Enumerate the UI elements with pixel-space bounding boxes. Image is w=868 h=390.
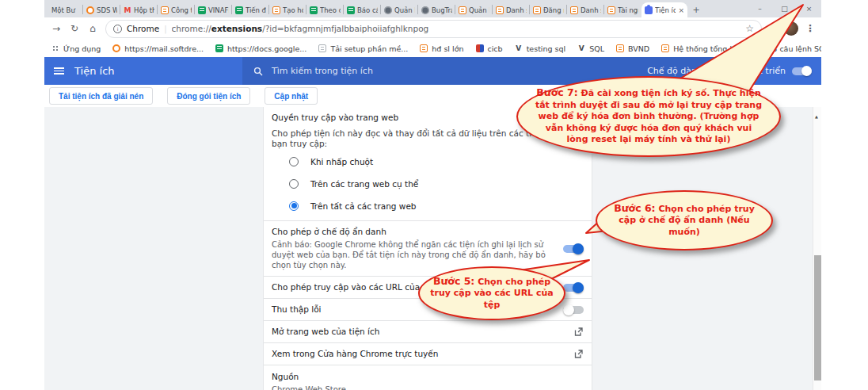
profile-avatar[interactable]	[784, 21, 798, 36]
radio-icon[interactable]	[289, 157, 299, 166]
scrollbar-thumb[interactable]	[814, 255, 821, 380]
new-tab-button[interactable]: +	[687, 2, 705, 17]
radio-option-on-click[interactable]: Khi nhấp chuột	[272, 151, 584, 171]
tab[interactable]: Công ty	[158, 2, 195, 17]
doc-orange-favicon-icon	[459, 6, 466, 14]
tab-title: Công ty	[171, 6, 192, 14]
bookmark-item[interactable]: Hệ thống tổng hợp	[661, 44, 744, 53]
bookmark-item[interactable]: https://mail.softdre...	[112, 44, 204, 53]
bookmark-item[interactable]: https://docs.google...	[215, 44, 306, 53]
tab[interactable]: Quản lý	[381, 2, 418, 17]
bookmark-item[interactable]: SQL	[577, 44, 604, 53]
load-unpacked-button[interactable]: Tải tiện ích đã giải nén	[49, 87, 153, 105]
doc-orange-favicon-icon	[161, 6, 169, 14]
window-minimize-button[interactable]: –	[748, 0, 772, 17]
screenshot-stage: Một BưSDS WeHộp thưCông tyVINAFRTiến độT…	[0, 0, 868, 390]
window-close-button[interactable]: ×	[797, 0, 821, 17]
radio-option-all-sites[interactable]: Trên tất cả các trang web	[272, 196, 584, 216]
tab[interactable]: Danh sá	[567, 2, 604, 17]
sheet-favicon-icon	[215, 44, 223, 52]
tab[interactable]: BugTra	[418, 2, 455, 17]
tab[interactable]: Hộp thư	[120, 2, 158, 17]
bookmark-item[interactable]: Ứng dụng	[52, 44, 101, 53]
radio-option-specific-sites[interactable]: Trên các trang web cụ thể	[272, 174, 584, 193]
radio-label: Khi nhấp chuột	[310, 157, 373, 166]
gear-orange-favicon-icon	[86, 6, 94, 14]
globe-favicon-icon	[384, 6, 392, 14]
url-text: chrome://extensions/?id=bkfagmnjmfjalbba…	[172, 24, 741, 33]
bookmark-item[interactable]: cicb	[476, 44, 503, 53]
tab-strip: Một BưSDS WeHộp thưCông tyVINAFRTiến độT…	[44, 0, 821, 17]
reload-icon[interactable]: ↻	[69, 23, 80, 34]
tab[interactable]: Đăng nh	[530, 2, 567, 17]
scrollbar-up-icon[interactable]: ▲	[815, 114, 818, 119]
toggle-knob	[573, 282, 584, 293]
bookmark-item[interactable]: testing sql	[515, 44, 566, 53]
tab-active[interactable]: Tiện ích×	[641, 2, 687, 17]
doc-orange-favicon-icon	[420, 44, 428, 52]
home-icon[interactable]: ⌂	[87, 23, 98, 34]
bookmark-item[interactable]: hđ sl lớn	[420, 44, 463, 53]
browser-menu-icon[interactable]: ⋮	[805, 23, 815, 34]
page-scrollbar[interactable]: ▲	[813, 107, 821, 390]
window-restore-button[interactable]: □	[772, 0, 797, 17]
tab-title: Quản lý	[469, 6, 489, 14]
incognito-toggle[interactable]	[563, 245, 584, 253]
apps-favicon-icon	[52, 45, 59, 52]
tab[interactable]: Tài ngu	[604, 2, 641, 17]
tab-title: Danh sá	[581, 6, 601, 14]
view-in-store-row[interactable]: Xem trong Cửa hàng Chrome trực tuyến	[264, 342, 592, 365]
bookmark-label: 13 câu lệnh SQL qu...	[767, 44, 821, 53]
forward-icon[interactable]: →	[51, 23, 62, 34]
hamburger-menu-icon[interactable]	[54, 67, 64, 75]
developer-mode-toggle[interactable]	[792, 67, 812, 75]
tab[interactable]: Quản lý	[455, 2, 493, 17]
tab[interactable]: SDS We	[83, 2, 120, 17]
tab[interactable]: VINAFR	[195, 2, 232, 17]
bookmarks-bar: Ứng dụnghttps://mail.softdre...https://d…	[44, 40, 821, 57]
sheet-favicon-icon	[198, 6, 206, 14]
incognito-row: Cho phép ở chế độ ẩn danh Cảnh báo: Goog…	[264, 220, 592, 276]
bookmark-label: testing sql	[527, 44, 566, 53]
bookmark-item[interactable]: BVND	[616, 44, 649, 53]
sheet-favicon-icon	[347, 6, 355, 14]
bookmark-star-icon[interactable]: ☆	[745, 23, 754, 34]
update-button[interactable]: Cập nhật	[265, 87, 318, 105]
tab[interactable]: Tạo hóa	[269, 2, 306, 17]
tab-title: Hộp thư	[134, 6, 154, 14]
tab[interactable]: Báo cáo	[344, 2, 381, 17]
bookmark-label: Hệ thống tổng hợp	[673, 44, 744, 53]
source-label: Nguồn	[272, 372, 584, 382]
bookmark-item[interactable]: Tải setup phần mề...	[318, 44, 408, 53]
bookmark-label: cicb	[488, 44, 503, 53]
bookmark-label: Tải setup phần mề...	[330, 44, 408, 53]
incognito-warning: Cảnh báo: Google Chrome không thể ngăn c…	[272, 239, 552, 270]
address-bar[interactable]: i Chrome | chrome://extensions/?id=bkfag…	[105, 20, 762, 38]
error-collection-toggle[interactable]	[563, 306, 584, 314]
bookmark-label: BVND	[628, 44, 649, 53]
page-info-icon[interactable]: i	[113, 25, 122, 33]
extensions-search-input[interactable]: Tìm kiếm trong tiện ích	[242, 57, 718, 85]
tab-close-icon[interactable]: ×	[678, 6, 684, 14]
tab-title: Theo dõ	[320, 6, 341, 14]
tab[interactable]: Tiến độ	[232, 2, 269, 17]
extension-detail-card: Quyền truy cập vào trang web Cho phép ti…	[263, 107, 592, 390]
pack-extension-button[interactable]: Đóng gói tiện ích	[167, 87, 250, 105]
bookmark-item[interactable]: 13 câu lệnh SQL qu...	[756, 44, 821, 53]
tab[interactable]: Danh sá	[493, 2, 530, 17]
source-value: Chrome Web Store	[272, 385, 584, 390]
globe-favicon-icon	[421, 6, 429, 14]
extension-puzzle-icon[interactable]	[769, 25, 777, 32]
v-blue-favicon-icon	[515, 44, 523, 52]
doc-orange-favicon-icon	[570, 6, 578, 14]
radio-icon[interactable]	[289, 179, 299, 189]
radio-label: Trên các trang web cụ thể	[310, 179, 418, 189]
file-urls-toggle[interactable]	[563, 284, 584, 292]
tab[interactable]: Theo dõ	[306, 2, 344, 17]
radio-icon[interactable]	[289, 201, 299, 211]
radio-label: Trên tất cả các trang web	[310, 201, 417, 211]
open-website-row[interactable]: Mở trang web của tiện ích	[264, 320, 592, 342]
tab[interactable]: Một Bư	[46, 2, 83, 17]
tab-title: Tiến độ	[246, 6, 266, 14]
tab-title: Quản lý	[394, 6, 415, 14]
